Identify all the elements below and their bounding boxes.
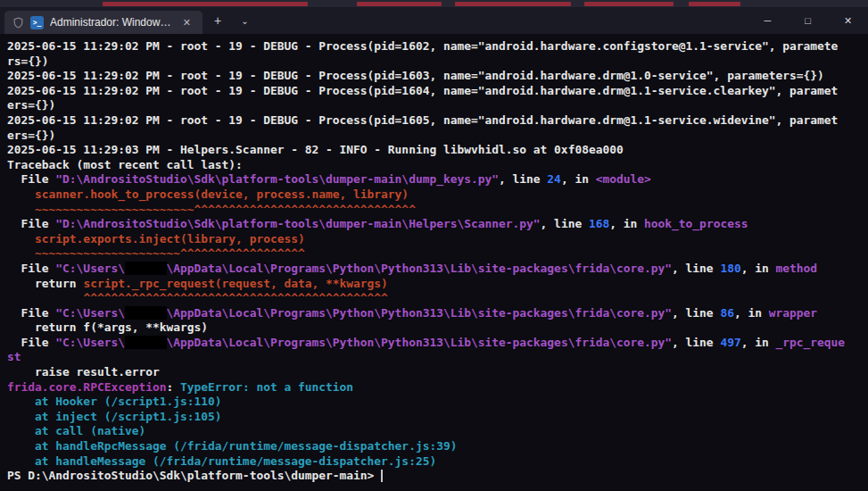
terminal-text-segment: <module> xyxy=(596,172,651,186)
terminal-text-segment: ^^^^^^^^^^^^^^^^^^^^^^^^^^^^^^^^^^^^^^^^… xyxy=(83,291,387,304)
terminal-line: script.exports.inject(library, process) xyxy=(7,232,868,247)
terminal-text-segment: raise result.error xyxy=(7,365,160,379)
terminal-text-segment: , line xyxy=(672,306,720,320)
terminal-line: 2025-06-15 11:29:02 PM - root - 19 - DEB… xyxy=(7,113,868,129)
terminal-text-segment: ~~~~~~~~~~~~~~~~~~~~~^^^^^^^^^^^^^^^^^^ xyxy=(35,246,305,260)
terminal-line: ~~~~~~~~~~~~~~~~~~~~~^^^^^^^^^^^^^^^^^^ xyxy=(7,246,868,262)
background-text-fragment xyxy=(584,2,674,6)
close-button[interactable]: ✕ xyxy=(828,7,868,34)
background-text-fragment xyxy=(103,2,308,6)
terminal-line: return f(*args, **kwargs) xyxy=(7,320,868,336)
terminal-text-segment: File xyxy=(7,262,55,275)
terminal-text-segment: at inject (/script1.js:105) xyxy=(7,410,222,423)
terminal-text-segment: ers={}) xyxy=(7,98,55,112)
terminal-text-segment: 2025-06-15 11:29:02 PM - root - 19 - DEB… xyxy=(7,113,838,127)
terminal-text-segment: ~~~~~~~~~~~~~~~~~~~~~~~^^^^^^^^^^^^^^^^^… xyxy=(35,203,416,216)
background-window-strip xyxy=(0,0,868,7)
terminal-window: >_ Administrador: Windows Pow... ✕ + ⌄ ─… xyxy=(0,0,868,491)
terminal-text-segment: 180 xyxy=(720,262,740,275)
admin-shield-icon xyxy=(12,17,24,29)
terminal-line: ~~~~~~~~~~~~~~~~~~~~~~~^^^^^^^^^^^^^^^^^… xyxy=(7,203,868,218)
terminal-text-segment: script._rpc_request(request, data, **kwa… xyxy=(83,277,387,290)
terminal-line: File "C:\Users\ \AppData\Local\Programs\… xyxy=(7,262,868,277)
terminal-text-segment: wrapper xyxy=(769,306,817,320)
terminal-text-segment: \AppData\Local\Programs\Python\Python313… xyxy=(167,336,673,349)
terminal-text-segment: at handleMessage (/frida/runtime/message… xyxy=(7,454,436,468)
terminal-line: st xyxy=(7,350,868,365)
terminal-tab[interactable]: >_ Administrador: Windows Pow... ✕ xyxy=(4,11,203,34)
terminal-line: 2025-06-15 11:29:02 PM - root - 19 - DEB… xyxy=(7,69,868,84)
terminal-output[interactable]: 2025-06-15 11:29:02 PM - root - 19 - DEB… xyxy=(0,34,868,491)
terminal-text-segment: File xyxy=(7,172,55,186)
terminal-line: PS D:\AndrositoStudio\Sdk\platform-tools… xyxy=(7,469,868,484)
background-text-fragment xyxy=(357,2,442,6)
terminal-text-segment: 24 xyxy=(547,172,561,186)
terminal-text-segment: 2025-06-15 11:29:02 PM - root - 19 - DEB… xyxy=(7,84,838,97)
powershell-icon: >_ xyxy=(30,16,44,29)
terminal-line: Traceback (most recent call last): xyxy=(7,158,868,173)
terminal-line: at handleRpcMessage (/frida/runtime/mess… xyxy=(7,439,868,454)
terminal-line: 2025-06-15 11:29:03 PM - Helpers.Scanner… xyxy=(7,143,868,158)
terminal-text-segment: rs={}) xyxy=(7,54,49,68)
terminal-text-segment: st xyxy=(7,350,21,363)
terminal-text-segment: 168 xyxy=(589,217,609,230)
terminal-cursor xyxy=(381,470,383,482)
terminal-text-segment: at handleRpcMessage (/frida/runtime/mess… xyxy=(7,439,457,453)
terminal-text-segment xyxy=(7,203,35,216)
terminal-text-segment: "C:\Users\ xyxy=(55,262,125,275)
terminal-line: rs={}) xyxy=(7,54,868,70)
terminal-line: frida.core.RPCException: TypeError: not … xyxy=(7,380,868,395)
terminal-text-segment: , in xyxy=(609,217,644,230)
terminal-text-segment: \AppData\Local\Programs\Python\Python313… xyxy=(167,306,673,320)
terminal-text-segment: 2025-06-15 11:29:02 PM - root - 19 - DEB… xyxy=(7,39,838,53)
terminal-text-segment: , line xyxy=(499,172,547,186)
terminal-text-segment: at call (native) xyxy=(7,424,145,437)
terminal-text-segment: return xyxy=(7,277,83,290)
redacted-username xyxy=(125,262,167,275)
terminal-text-segment: , in xyxy=(741,262,776,275)
terminal-text-segment: return f(*args, **kwargs) xyxy=(7,320,208,334)
redacted-username xyxy=(125,306,167,320)
new-tab-button[interactable]: + xyxy=(206,12,229,29)
background-text-fragment xyxy=(455,2,571,6)
terminal-text-segment: , line xyxy=(672,262,720,275)
terminal-text-segment: PS D:\AndrositoStudio\Sdk\platform-tools… xyxy=(7,469,381,482)
terminal-text-segment: "D:\AndrositoStudio\Sdk\platform-tools\d… xyxy=(55,172,499,186)
terminal-line: ^^^^^^^^^^^^^^^^^^^^^^^^^^^^^^^^^^^^^^^^… xyxy=(7,291,868,306)
tab-dropdown-button[interactable]: ⌄ xyxy=(233,14,256,28)
terminal-text-segment xyxy=(7,246,35,260)
terminal-text-segment: "C:\Users\ xyxy=(55,336,125,349)
window-controls: ─ □ ✕ xyxy=(748,7,868,34)
terminal-text-segment: hook_to_process xyxy=(644,217,748,230)
tab-close-button[interactable]: ✕ xyxy=(179,15,194,30)
terminal-line: at call (native) xyxy=(7,424,868,439)
maximize-button[interactable]: □ xyxy=(788,7,828,34)
background-text-fragment xyxy=(689,2,740,6)
terminal-text-segment: , in xyxy=(734,306,769,320)
terminal-line: at Hooker (/script1.js:110) xyxy=(7,395,868,410)
terminal-text-segment xyxy=(7,291,83,304)
terminal-text-segment: 497 xyxy=(720,336,740,349)
terminal-line: return script._rpc_request(request, data… xyxy=(7,277,868,292)
terminal-line: File "C:\Users\ \AppData\Local\Programs\… xyxy=(7,306,868,321)
terminal-line: File "C:\Users\ \AppData\Local\Programs\… xyxy=(7,336,868,351)
terminal-text-segment: File xyxy=(7,217,55,230)
minimize-button[interactable]: ─ xyxy=(748,7,788,34)
terminal-text-segment: File xyxy=(7,336,55,349)
terminal-text-segment: 86 xyxy=(720,306,734,320)
title-bar[interactable]: >_ Administrador: Windows Pow... ✕ + ⌄ ─… xyxy=(0,7,868,34)
terminal-line: at inject (/script1.js:105) xyxy=(7,410,868,425)
terminal-text-segment: "D:\AndrositoStudio\Sdk\platform-tools\d… xyxy=(55,217,540,230)
terminal-line: at handleMessage (/frida/runtime/message… xyxy=(7,454,868,470)
terminal-text-segment: , in xyxy=(561,172,596,186)
terminal-text-segment: method xyxy=(776,262,818,275)
terminal-line: ers={}) xyxy=(7,98,868,113)
terminal-text-segment xyxy=(7,232,35,246)
terminal-text-segment: "C:\Users\ xyxy=(55,306,125,320)
tab-title: Administrador: Windows Pow... xyxy=(50,16,173,29)
terminal-text-segment: \AppData\Local\Programs\Python\Python313… xyxy=(167,262,673,275)
terminal-line: 2025-06-15 11:29:02 PM - root - 19 - DEB… xyxy=(7,39,868,54)
redacted-username xyxy=(125,336,167,349)
terminal-text-segment: , line xyxy=(541,217,589,230)
terminal-text-segment: Traceback (most recent call last): xyxy=(7,158,243,171)
